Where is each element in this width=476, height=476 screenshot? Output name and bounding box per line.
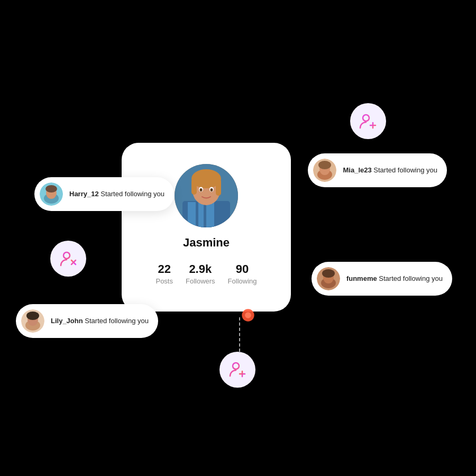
add-person-icon-top-right[interactable] xyxy=(350,103,386,139)
svg-rect-2 xyxy=(188,202,196,227)
add-person-icon-left[interactable] xyxy=(50,241,86,277)
profile-avatar xyxy=(175,164,238,227)
followers-label: Followers xyxy=(186,277,215,285)
svg-point-25 xyxy=(318,161,331,169)
svg-point-36 xyxy=(233,363,239,369)
funmeme-username: funmeme xyxy=(346,274,377,282)
mia-action: Started following you xyxy=(373,166,437,174)
posts-label: Posts xyxy=(155,277,173,285)
scene: Jasmine 22 Posts 2.9k Followers 90 Follo… xyxy=(0,0,476,476)
harry-notif-text: Harry_12 Started following you xyxy=(69,189,164,199)
mia-avatar xyxy=(313,159,336,182)
svg-point-13 xyxy=(210,188,213,191)
harry-username: Harry_12 xyxy=(69,190,99,198)
notification-mia: Mia_le23 Started following you xyxy=(308,153,447,187)
notification-lily: Lily_John Started following you xyxy=(16,304,158,338)
harry-action: Started following you xyxy=(100,190,164,198)
stats-row: 22 Posts 2.9k Followers 90 Following xyxy=(138,262,275,285)
svg-rect-4 xyxy=(206,202,214,227)
lily-avatar xyxy=(21,309,44,333)
dashed-connector-line xyxy=(239,317,240,352)
svg-rect-3 xyxy=(198,202,204,227)
svg-point-12 xyxy=(200,188,203,191)
posts-count: 22 xyxy=(158,262,170,276)
followers-count: 2.9k xyxy=(189,262,212,276)
svg-point-33 xyxy=(63,252,70,259)
notification-funmeme: funmeme Started following you xyxy=(312,262,452,296)
svg-point-30 xyxy=(363,115,369,121)
mia-notif-text: Mia_le23 Started following you xyxy=(343,166,437,175)
following-label: Following xyxy=(228,277,257,285)
notification-harry: Harry_12 Started following you xyxy=(34,177,174,211)
funmeme-action: Started following you xyxy=(379,274,443,282)
svg-rect-8 xyxy=(191,179,197,195)
svg-point-17 xyxy=(45,185,57,193)
harry-avatar xyxy=(40,182,63,206)
svg-point-29 xyxy=(322,269,335,278)
add-person-icon-bottom[interactable] xyxy=(219,352,255,388)
svg-rect-9 xyxy=(216,179,221,196)
cursor-dot xyxy=(241,308,255,325)
lily-notif-text: Lily_John Started following you xyxy=(51,316,149,326)
funmeme-avatar xyxy=(317,267,340,290)
following-count: 90 xyxy=(236,262,249,276)
mia-username: Mia_le23 xyxy=(343,166,371,174)
lily-action: Started following you xyxy=(85,317,149,325)
svg-point-21 xyxy=(26,312,39,320)
stat-following: 90 Following xyxy=(228,262,257,285)
stat-posts: 22 Posts xyxy=(155,262,173,285)
lily-username: Lily_John xyxy=(51,317,83,325)
profile-card: Jasmine 22 Posts 2.9k Followers 90 Follo… xyxy=(122,143,291,312)
funmeme-notif-text: funmeme Started following you xyxy=(346,274,443,283)
profile-name: Jasmine xyxy=(183,236,230,250)
stat-followers: 2.9k Followers xyxy=(186,262,215,285)
svg-point-40 xyxy=(245,312,251,318)
